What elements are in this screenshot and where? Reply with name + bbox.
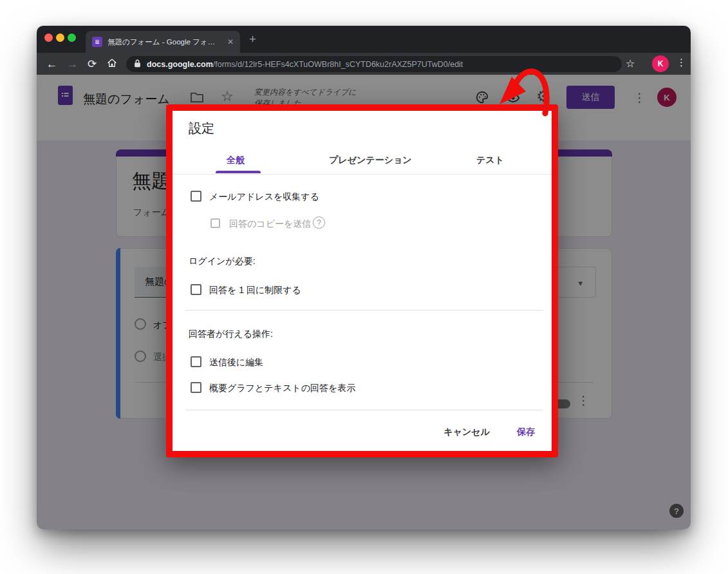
tab-quizzes[interactable]: テスト: [476, 155, 504, 166]
tab-strip: ≣ 無題のフォーム - Google フォーム ✕ +: [37, 26, 691, 53]
collect-email-checkbox[interactable]: [191, 191, 201, 202]
respondent-section-header: 回答者が行える操作:: [189, 329, 273, 340]
summary-label[interactable]: 概要グラフとテキストの回答を表示: [209, 383, 355, 394]
limit-one-label[interactable]: 回答を 1 回に制限する: [209, 285, 301, 296]
url-bar: ← → ⟳ docs.google.com/forms/d/12lr5-HEFs…: [37, 53, 691, 75]
browser-avatar[interactable]: K: [652, 55, 669, 72]
new-tab-button[interactable]: +: [249, 32, 256, 46]
save-button[interactable]: 保存: [513, 424, 539, 441]
edit-after-label[interactable]: 送信後に編集: [209, 357, 263, 368]
browser-tab[interactable]: ≣ 無題のフォーム - Google フォーム ✕: [86, 31, 240, 53]
cancel-button[interactable]: キャンセル: [440, 424, 494, 441]
collect-email-label[interactable]: メールアドレスを収集する: [209, 191, 319, 203]
tab-title: 無題のフォーム - Google フォーム: [107, 37, 222, 47]
tab-presentation[interactable]: プレゼンテーション: [329, 155, 412, 166]
url-path: /forms/d/12lr5-HEFs4cXTuOWBr8hI_sCYTD6ku…: [213, 60, 463, 69]
dialog-title: 設定: [189, 120, 214, 137]
traffic-zoom-button[interactable]: [68, 33, 76, 42]
traffic-minimize-button[interactable]: [56, 33, 64, 42]
screenshot-stage: ≣ 無題のフォーム - Google フォーム ✕ + ← → ⟳ docs.g…: [0, 0, 728, 574]
browser-menu-icon[interactable]: ⋮: [677, 57, 686, 68]
dialog-actions: キャンセル 保存: [440, 424, 539, 441]
limit-one-checkbox[interactable]: [191, 284, 201, 295]
settings-dialog: 設定 全般 プレゼンテーション テスト メールアドレスを収集する 回答のコピーを…: [173, 111, 552, 451]
bookmark-star-icon[interactable]: ☆: [626, 57, 635, 70]
forward-icon[interactable]: →: [67, 59, 78, 70]
url-text: docs.google.com/forms/d/12lr5-HEFs4cXTuO…: [147, 60, 463, 69]
traffic-close-button[interactable]: [44, 33, 53, 42]
annotation-highlight-box: 設定 全般 プレゼンテーション テスト メールアドレスを収集する 回答のコピーを…: [166, 104, 558, 457]
actions-divider: [185, 410, 543, 410]
edit-after-checkbox[interactable]: [191, 356, 201, 367]
reload-icon[interactable]: ⟳: [88, 59, 97, 70]
response-copy-label: 回答のコピーを送信: [229, 218, 311, 230]
forms-favicon-icon: ≣: [92, 37, 102, 47]
section-divider: [185, 310, 543, 311]
back-icon[interactable]: ←: [46, 59, 57, 70]
lock-icon: [134, 59, 141, 70]
summary-checkbox[interactable]: [191, 382, 201, 393]
home-icon[interactable]: [106, 57, 118, 71]
response-copy-help-icon[interactable]: ?: [313, 216, 325, 229]
signin-section-header: ログインが必要:: [189, 256, 256, 267]
active-tab-underline: [216, 171, 261, 173]
tab-close-icon[interactable]: ✕: [227, 37, 234, 46]
tabs-divider: [173, 174, 552, 175]
omnibox[interactable]: docs.google.com/forms/d/12lr5-HEFs4cXTuO…: [126, 56, 622, 72]
url-domain: docs.google.com: [147, 60, 213, 69]
tab-general[interactable]: 全般: [227, 155, 245, 166]
response-copy-checkbox: [210, 218, 220, 228]
